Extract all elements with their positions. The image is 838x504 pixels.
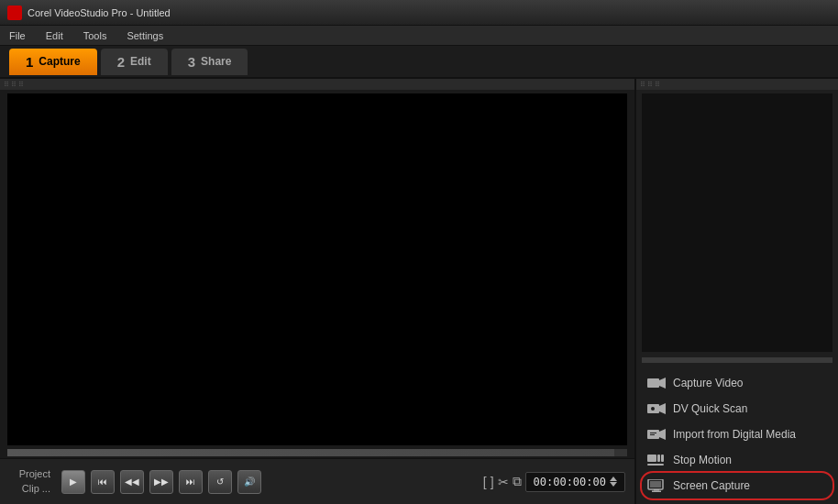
clip-text: Clip ... [9,482,50,496]
svg-marker-1 [659,378,666,389]
timecode-value: 00:00:00:00 [534,476,606,488]
right-preview [642,93,832,352]
stop-motion-icon [647,453,666,467]
controls-right: [ ] ✂ ⧉ 00:00:00:00 [483,472,625,492]
tab-edit-label: Edit [130,55,151,68]
skip-back-button[interactable]: ⏮ [91,470,115,494]
mark-in-button[interactable]: [ [483,475,487,489]
step-back-button[interactable]: ◀◀ [120,470,144,494]
capture-video-label: Capture Video [673,377,744,389]
tabs-bar: 1 Capture 2 Edit 3 Share [0,46,838,79]
title-text: Corel VideoStudio Pro - Untitled [28,7,171,18]
stop-motion-item[interactable]: Stop Motion [636,447,838,473]
tab-share-label: Share [201,55,231,68]
project-label: Project Clip ... [9,467,50,496]
svg-rect-7 [650,433,656,433]
skip-forward-button[interactable]: ⏭ [179,470,203,494]
dv-quick-scan-label: DV Quick Scan [673,402,747,415]
svg-rect-16 [652,491,661,493]
menu-edit[interactable]: Edit [42,28,67,43]
screen-capture-item[interactable]: Screen Capture [636,473,838,499]
tab-capture-num: 1 [26,54,33,70]
svg-rect-9 [647,455,656,462]
timecode-display: 00:00:00:00 [525,472,625,492]
tab-capture-label: Capture [39,55,80,68]
timecode-down[interactable] [610,482,617,487]
svg-rect-12 [647,464,664,466]
screen-capture-label: Screen Capture [673,479,750,492]
step-forward-button[interactable]: ▶▶ [149,470,173,494]
mark-out-button[interactable]: ] [491,475,494,489]
camera-icon [647,376,666,390]
menu-tools[interactable]: Tools [80,28,111,43]
tab-capture[interactable]: 1 Capture [9,49,97,75]
left-panel: Project Clip ... ▶ ⏮ ◀◀ ▶▶ ⏭ ↺ 🔊 [ ] ✂ ⧉… [0,79,636,504]
screen-capture-icon [647,478,666,493]
right-divider [642,357,832,363]
tab-edit-num: 2 [117,54,125,70]
svg-rect-10 [657,455,660,462]
dv-quick-scan-item[interactable]: DV Quick Scan [636,396,838,422]
menu-settings[interactable]: Settings [123,28,167,43]
menu-file[interactable]: File [6,28,29,43]
title-bar: Corel VideoStudio Pro - Untitled [0,0,838,26]
tab-share-num: 3 [188,54,195,70]
capture-menu: Capture Video DV Quick Scan [636,365,838,504]
play-button[interactable]: ▶ [61,470,85,494]
main-layout: Project Clip ... ▶ ⏮ ◀◀ ▶▶ ⏭ ↺ 🔊 [ ] ✂ ⧉… [0,79,838,504]
svg-rect-15 [654,489,659,491]
controls-bar: Project Clip ... ▶ ⏮ ◀◀ ▶▶ ⏭ ↺ 🔊 [ ] ✂ ⧉… [0,458,634,504]
capture-video-item[interactable]: Capture Video [636,370,838,396]
svg-point-4 [651,407,655,411]
menu-bar: File Edit Tools Settings [0,26,838,46]
timecode-up[interactable] [610,477,617,481]
timeline-fill [7,449,614,456]
copy-button[interactable]: ⧉ [513,474,522,489]
svg-rect-11 [661,455,664,462]
app-icon [7,5,22,20]
svg-marker-3 [659,403,666,414]
svg-rect-0 [647,378,659,388]
right-panel: Capture Video DV Quick Scan [636,79,838,504]
video-preview [7,93,627,445]
project-text: Project [9,467,50,481]
import-icon [647,427,666,442]
tab-share[interactable]: 3 Share [171,49,248,75]
import-digital-label: Import from Digital Media [673,428,796,441]
svg-rect-14 [650,481,661,488]
tab-edit[interactable]: 2 Edit [101,49,168,75]
repeat-button[interactable]: ↺ [208,470,232,494]
cut-button[interactable]: ✂ [498,475,509,489]
dv-icon [647,401,666,416]
volume-button[interactable]: 🔊 [237,470,261,494]
import-digital-item[interactable]: Import from Digital Media [636,422,838,447]
timecode-spinner[interactable] [610,477,617,487]
svg-rect-8 [650,434,655,435]
right-drag-handle [636,79,838,90]
svg-marker-6 [659,429,666,440]
timeline-scrubber[interactable] [7,449,627,456]
stop-motion-label: Stop Motion [673,454,732,466]
left-drag-handle [0,79,634,90]
